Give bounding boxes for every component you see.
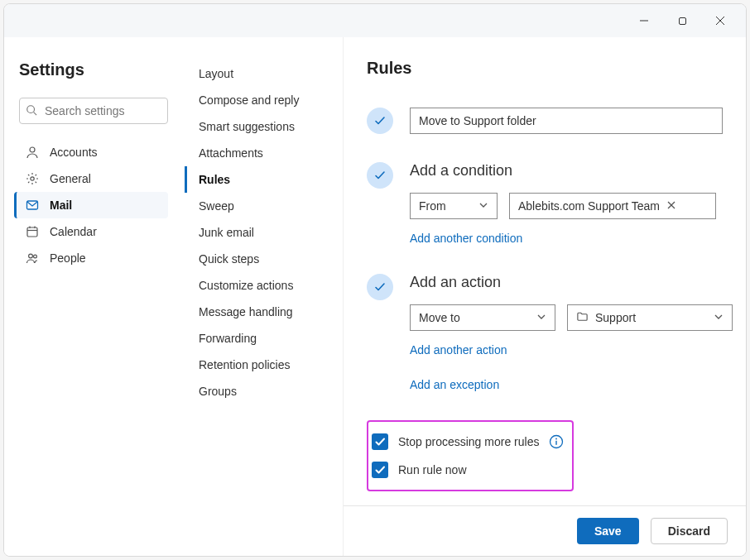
subnav-label: Junk email	[199, 226, 254, 239]
stop-processing-label: Stop processing more rules	[398, 435, 539, 448]
svg-rect-9	[27, 227, 37, 237]
subnav-label: Retention policies	[199, 358, 291, 371]
svg-point-6	[30, 147, 35, 152]
action-heading: Add an action	[410, 274, 733, 291]
nav-item-label: General	[50, 172, 91, 185]
add-exception-link[interactable]: Add an exception	[410, 378, 499, 391]
rule-options-highlight: Stop processing more rules Run rule now	[367, 420, 574, 491]
discard-button[interactable]: Discard	[651, 518, 728, 544]
action-type-select[interactable]: Move to	[410, 304, 555, 331]
select-value: Move to	[419, 311, 460, 324]
action-folder-select[interactable]: Support	[567, 304, 733, 331]
svg-rect-1	[679, 17, 685, 24]
main-body: Rules Add a condition	[344, 37, 746, 505]
window-close-button[interactable]	[701, 7, 739, 34]
step-check-icon	[367, 108, 393, 134]
svg-line-5	[34, 112, 37, 116]
svg-point-7	[31, 177, 34, 180]
nav-item-label: Calendar	[50, 225, 97, 238]
window-minimize-button[interactable]	[625, 7, 663, 34]
subnav-label: Compose and reply	[199, 93, 299, 107]
subnav-label: Smart suggestions	[199, 120, 295, 133]
calendar-icon	[25, 225, 40, 238]
chip-label: Ablebits.com Support Team	[518, 199, 660, 213]
chevron-down-icon	[536, 311, 546, 324]
content-area: Settings Accounts General	[4, 37, 746, 556]
add-condition-link[interactable]: Add another condition	[410, 232, 522, 245]
subnav-forwarding[interactable]: Forwarding	[185, 325, 336, 352]
subnav-label: Customize actions	[199, 279, 293, 292]
svg-point-4	[27, 106, 35, 113]
main-panel: Rules Add a condition	[344, 37, 746, 556]
mail-icon	[25, 199, 40, 212]
condition-section: Add a condition From Ablebits.com Suppor…	[367, 162, 723, 246]
run-now-checkbox[interactable]	[372, 462, 388, 478]
subnav-compose-reply[interactable]: Compose and reply	[185, 87, 336, 113]
nav-item-label: Mail	[50, 199, 72, 212]
subnav-quick-steps[interactable]: Quick steps	[185, 246, 336, 272]
subnav-label: Layout	[199, 67, 233, 80]
info-icon[interactable]	[549, 434, 564, 449]
run-now-row: Run rule now	[372, 462, 564, 478]
settings-sidebar: Settings Accounts General	[4, 37, 178, 556]
window-maximize-button[interactable]	[663, 7, 701, 34]
step-check-icon	[367, 274, 393, 300]
stop-processing-checkbox[interactable]	[372, 433, 388, 450]
subnav-label: Rules	[199, 173, 230, 186]
nav-item-calendar[interactable]: Calendar	[14, 218, 168, 245]
subnav-label: Groups	[199, 385, 237, 398]
settings-title: Settings	[19, 60, 168, 79]
subnav-label: Attachments	[199, 146, 263, 160]
nav-item-label: Accounts	[50, 146, 98, 159]
subnav-rules[interactable]: Rules	[185, 166, 336, 193]
search-input[interactable]	[19, 98, 168, 124]
folder-label: Support	[595, 311, 636, 324]
step-check-icon	[367, 162, 393, 189]
footer: Save Discard	[344, 505, 746, 556]
condition-type-select[interactable]: From	[410, 193, 498, 219]
subnav-sweep[interactable]: Sweep	[185, 193, 336, 219]
subnav-groups[interactable]: Groups	[185, 378, 336, 404]
subnav-label: Sweep	[199, 199, 234, 213]
svg-point-14	[34, 255, 37, 258]
subnav-junk-email[interactable]: Junk email	[185, 219, 336, 246]
subnav-retention-policies[interactable]: Retention policies	[185, 352, 336, 378]
chip-remove-icon[interactable]	[666, 199, 676, 213]
subnav-message-handling[interactable]: Message handling	[185, 299, 336, 325]
run-now-label: Run rule now	[398, 463, 467, 476]
nav-item-mail[interactable]: Mail	[14, 192, 168, 218]
add-action-link[interactable]: Add another action	[410, 343, 507, 357]
settings-window: Settings Accounts General	[3, 3, 747, 557]
search-wrap	[19, 98, 168, 124]
people-icon	[25, 251, 40, 265]
rule-name-input[interactable]	[410, 108, 723, 134]
subnav-label: Quick steps	[199, 252, 259, 266]
gear-icon	[25, 172, 40, 185]
save-button[interactable]: Save	[577, 518, 639, 544]
person-icon	[25, 146, 40, 159]
condition-heading: Add a condition	[410, 162, 723, 179]
action-section: Add an action Move to Support	[367, 274, 723, 392]
nav-item-people[interactable]: People	[14, 245, 168, 271]
stop-processing-row: Stop processing more rules	[372, 433, 564, 450]
chevron-down-icon	[714, 311, 724, 324]
subnav-customize-actions[interactable]: Customize actions	[185, 272, 336, 299]
titlebar	[4, 4, 746, 37]
mail-subnav: Layout Compose and reply Smart suggestio…	[178, 37, 344, 556]
nav-item-general[interactable]: General	[14, 165, 168, 192]
rule-name-row	[367, 108, 723, 134]
subnav-label: Message handling	[199, 305, 293, 318]
subnav-attachments[interactable]: Attachments	[185, 140, 336, 166]
nav-item-label: People	[50, 251, 86, 265]
svg-point-13	[29, 254, 33, 258]
subnav-layout[interactable]: Layout	[185, 60, 336, 87]
svg-point-18	[556, 438, 558, 440]
subnav-label: Forwarding	[199, 332, 257, 345]
search-icon	[26, 104, 37, 119]
subnav-smart-suggestions[interactable]: Smart suggestions	[185, 113, 336, 140]
select-value: From	[419, 199, 446, 213]
chevron-down-icon	[478, 199, 488, 213]
condition-value-chip[interactable]: Ablebits.com Support Team	[509, 193, 716, 219]
page-title: Rules	[367, 59, 723, 78]
nav-item-accounts[interactable]: Accounts	[14, 139, 168, 165]
